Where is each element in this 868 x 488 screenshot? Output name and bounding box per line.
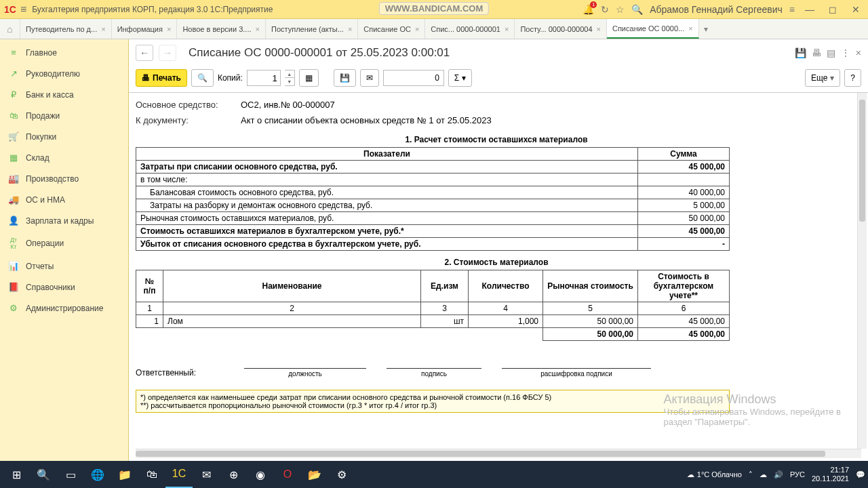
doc-title: Списание ОС 0000-000001 от 25.05.2023 0:… bbox=[189, 46, 450, 60]
sidebar-item[interactable]: ≡Главное bbox=[0, 42, 128, 63]
titlebar: 1C ≡ Бухгалтерия предприятия КОРП, редак… bbox=[0, 0, 868, 19]
search-icon[interactable]: 🔍 bbox=[631, 4, 643, 15]
copies-label: Копий: bbox=[218, 73, 243, 83]
sigma-button[interactable]: Σ ▾ bbox=[448, 69, 472, 87]
docref-value: Акт о списании объекта основных средств … bbox=[241, 115, 492, 125]
taskview-icon[interactable]: ▭ bbox=[57, 461, 84, 488]
maximize-icon[interactable]: ◻ bbox=[825, 4, 841, 15]
weather-widget[interactable]: ☁ 1°C Облачно bbox=[687, 470, 742, 479]
toolbar: 🖶Печать 🔍 Копий: ▲▼ ▦ 💾 ✉ 0 Σ ▾ Еще ? bbox=[129, 66, 868, 93]
copies-spinner[interactable]: ▲▼ bbox=[285, 70, 295, 86]
print-button[interactable]: 🖶Печать bbox=[136, 69, 187, 87]
search-taskbar-icon[interactable]: 🔍 bbox=[30, 461, 57, 488]
sidebar-item[interactable]: ⚙Администрирование bbox=[0, 298, 128, 319]
mail-icon[interactable]: ✉ bbox=[193, 461, 220, 488]
preview-button[interactable]: 🔍 bbox=[191, 69, 214, 87]
1c-taskbar-icon[interactable]: 1C bbox=[165, 461, 193, 488]
signature-row: Ответственный: должность подпись расшифр… bbox=[136, 368, 857, 378]
menu-icon: ≡ bbox=[8, 47, 19, 58]
notifications-taskbar-icon[interactable]: 💬 bbox=[856, 470, 865, 479]
store-icon[interactable]: 🛍 bbox=[138, 461, 165, 488]
explorer-icon[interactable]: 📁 bbox=[111, 461, 138, 488]
chrome-icon[interactable]: ◉ bbox=[247, 461, 274, 488]
os-value: ОС2, инв.№ 00-000007 bbox=[241, 100, 335, 110]
horizontal-scrollbar[interactable] bbox=[136, 449, 861, 458]
notification-icon[interactable]: 🔔1 bbox=[583, 4, 594, 15]
sidebar-item[interactable]: ₽Банк и касса bbox=[0, 84, 128, 105]
sidebar-item[interactable]: 👤Зарплата и кадры bbox=[0, 210, 128, 231]
save-button[interactable]: 💾 bbox=[334, 69, 356, 87]
tab[interactable]: Новое в версии 3....× bbox=[177, 19, 266, 39]
tab-overflow-icon[interactable]: ▾ bbox=[699, 19, 713, 39]
sidebar-item[interactable]: 🚚ОС и НМА bbox=[0, 189, 128, 210]
sidebar-item[interactable]: ▦Склад bbox=[0, 147, 128, 168]
sidebar-item[interactable]: ↗Руководителю bbox=[0, 63, 128, 84]
tab[interactable]: Списание ОС× bbox=[358, 19, 425, 39]
start-button[interactable]: ⊞ bbox=[3, 461, 30, 488]
settings-icon[interactable]: ≡ bbox=[789, 4, 795, 15]
minimize-icon[interactable]: — bbox=[802, 4, 818, 15]
sidebar-item[interactable]: 📊Отчеты bbox=[0, 256, 128, 277]
sidebar-item[interactable]: 🛍Продажи bbox=[0, 105, 128, 126]
docref-label: К документу: bbox=[136, 115, 241, 125]
os-label: Основное средство: bbox=[136, 100, 241, 110]
edge-icon[interactable]: 🌐 bbox=[84, 461, 111, 488]
export-icon[interactable]: ▤ bbox=[827, 47, 835, 58]
help-button[interactable]: ? bbox=[844, 69, 861, 87]
home-tab[interactable]: ⌂ bbox=[0, 19, 20, 39]
tab[interactable]: Поступление (акты...× bbox=[266, 19, 358, 39]
tab[interactable]: Спис... 0000-000001× bbox=[425, 19, 515, 39]
table-1: ПоказателиСумма Затраты при списании осн… bbox=[136, 147, 730, 251]
gear-icon: ⚙ bbox=[8, 303, 19, 313]
factory-icon: 🏭 bbox=[8, 174, 19, 184]
copies-input[interactable] bbox=[247, 70, 281, 86]
sidebar-item[interactable]: 🏭Производство bbox=[0, 168, 128, 189]
person-icon: 👤 bbox=[8, 216, 19, 226]
print-icon[interactable]: 🖶 bbox=[812, 47, 821, 58]
tab[interactable]: Информация× bbox=[112, 19, 178, 39]
more-button[interactable]: Еще bbox=[805, 69, 840, 87]
tab-bar: ⌂ Путеводитель по д...× Информация× Ново… bbox=[0, 19, 868, 39]
sidebar-item[interactable]: ДтКтОперации bbox=[0, 231, 128, 256]
tab-active[interactable]: Списание ОС 0000...× bbox=[607, 19, 699, 39]
lang-indicator[interactable]: РУС bbox=[790, 470, 805, 479]
operations-icon: ДтКт bbox=[8, 237, 19, 250]
close-tab-icon[interactable]: × bbox=[101, 25, 105, 33]
save-icon[interactable]: 💾 bbox=[795, 47, 806, 58]
volume-icon[interactable]: 🔊 bbox=[774, 470, 783, 479]
user-name[interactable]: Абрамов Геннадий Сергеевич bbox=[650, 4, 783, 15]
history-icon[interactable]: ↻ bbox=[601, 4, 609, 15]
email-button[interactable]: ✉ bbox=[360, 69, 379, 87]
chart-icon: ↗ bbox=[8, 68, 19, 79]
back-button[interactable]: ← bbox=[136, 45, 153, 61]
favorite-icon[interactable]: ☆ bbox=[616, 4, 625, 15]
close-icon[interactable]: ✕ bbox=[848, 4, 864, 15]
vertical-scrollbar[interactable] bbox=[857, 93, 867, 449]
grid-button[interactable]: ▦ bbox=[299, 69, 319, 87]
section1-title: 1. Расчет стоимости оставшихся материало… bbox=[136, 128, 857, 147]
tab[interactable]: Путеводитель по д...× bbox=[20, 19, 112, 39]
teamviewer-icon[interactable]: ⊕ bbox=[220, 461, 247, 488]
truck-icon: 🚚 bbox=[8, 195, 19, 205]
sales-icon: 🛍 bbox=[8, 110, 19, 121]
onedrive-icon[interactable]: ☁ bbox=[760, 470, 767, 479]
menu-icon[interactable]: ≡ bbox=[20, 3, 26, 16]
sidebar-item[interactable]: 📕Справочники bbox=[0, 277, 128, 298]
clock[interactable]: 21:1720.11.2021 bbox=[812, 466, 849, 483]
kebab-icon[interactable]: ⋮ bbox=[841, 47, 850, 58]
tray-chevron-icon[interactable]: ˄ bbox=[749, 470, 753, 479]
settings-taskbar-icon[interactable]: ⚙ bbox=[328, 461, 355, 488]
sidebar: ≡Главное ↗Руководителю ₽Банк и касса 🛍Пр… bbox=[0, 39, 129, 461]
taskbar: ⊞ 🔍 ▭ 🌐 📁 🛍 1C ✉ ⊕ ◉ O 📂 ⚙ ☁ 1°C Облачно… bbox=[0, 461, 868, 488]
sum-display: 0 bbox=[383, 70, 444, 86]
section2-title: 2. Стоимость материалов bbox=[136, 251, 857, 270]
folder-icon[interactable]: 📂 bbox=[301, 461, 328, 488]
opera-icon[interactable]: O bbox=[274, 461, 301, 488]
close-doc-icon[interactable]: × bbox=[856, 47, 861, 58]
forward-button[interactable]: → bbox=[159, 45, 176, 61]
bandicam-watermark: WWW.BANDICAM.COM bbox=[379, 2, 489, 15]
sidebar-item[interactable]: 🛒Покупки bbox=[0, 126, 128, 147]
tab[interactable]: Посту... 0000-000004× bbox=[515, 19, 607, 39]
content: ← → Списание ОС 0000-000001 от 25.05.202… bbox=[129, 39, 868, 461]
cart-icon: 🛒 bbox=[8, 131, 19, 142]
